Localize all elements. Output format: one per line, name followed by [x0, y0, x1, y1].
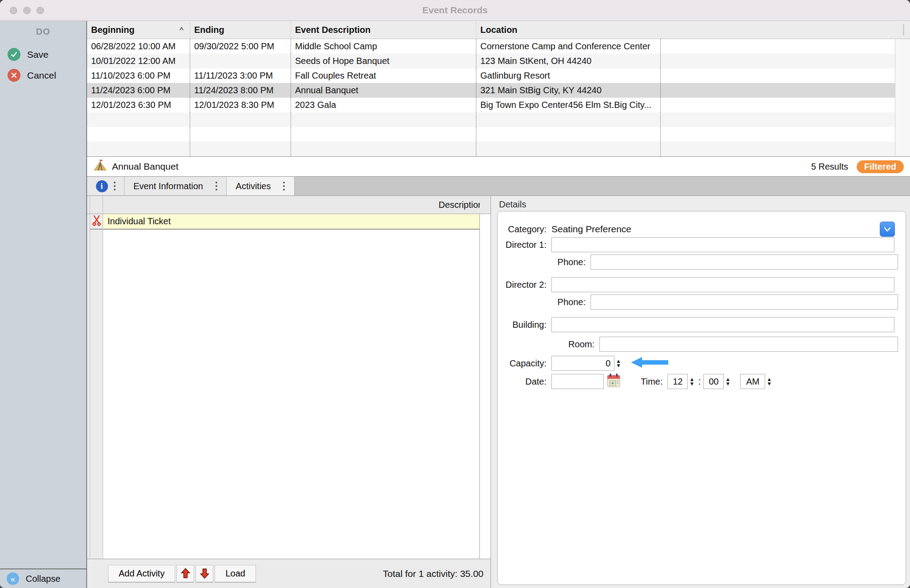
capacity-stepper[interactable]: [616, 359, 621, 368]
capacity-label: Capacity:: [498, 358, 551, 369]
director1-label: Director 1:: [498, 240, 551, 250]
load-button[interactable]: Load: [215, 565, 256, 583]
building-row: Building:: [498, 317, 900, 333]
column-header-beginning[interactable]: Beginning: [87, 25, 190, 35]
title-bar: Event Records: [0, 0, 910, 21]
red-down-arrow-icon: [200, 568, 209, 579]
column-header-event-description[interactable]: Event Description: [291, 21, 476, 39]
room-input[interactable]: [599, 337, 898, 352]
date-input[interactable]: [551, 374, 604, 389]
ampm-stepper[interactable]: [766, 377, 772, 386]
phone1-row: Phone:: [498, 254, 900, 270]
record-header-bar: Annual Banquet 5 Results Filtered: [87, 157, 910, 177]
stepper-down-icon[interactable]: [616, 363, 621, 368]
director2-row: Director 2:: [498, 277, 900, 293]
capacity-row: Capacity:: [498, 355, 900, 371]
menu-dots-icon[interactable]: [114, 185, 116, 187]
results-count: 5 Results: [811, 162, 848, 172]
table-scrollbar[interactable]: [895, 39, 910, 156]
header-scroll-indicator: [903, 24, 904, 36]
date-label: Date:: [498, 377, 551, 387]
sort-ascending-icon: [180, 25, 184, 35]
stepper-down-icon[interactable]: [725, 381, 730, 386]
time-minute-input[interactable]: [703, 374, 724, 389]
table-row-empty: [87, 112, 910, 127]
collapse-button[interactable]: Collapse: [0, 568, 86, 588]
table-row[interactable]: 11/10/2023 6:00 PM 11/11/2023 3:00 PM Fa…: [87, 68, 910, 83]
chevron-down-icon: [884, 227, 891, 232]
category-row: Category: Seating Preference: [498, 221, 900, 237]
info-icon: [96, 180, 108, 192]
save-button-label: Save: [27, 49, 48, 60]
table-row-empty: [87, 156, 910, 157]
cancel-x-icon: [8, 69, 20, 82]
minute-stepper[interactable]: [725, 377, 730, 386]
save-check-icon: [8, 48, 20, 61]
sidebar-section-label: DO: [0, 27, 86, 37]
delete-activity-button[interactable]: [90, 214, 103, 230]
tab-event-information[interactable]: Event Information: [124, 177, 227, 195]
director1-row: Director 1:: [498, 237, 900, 253]
cancel-button[interactable]: Cancel: [0, 69, 86, 82]
room-label: Room:: [498, 339, 599, 350]
save-button[interactable]: Save: [0, 48, 86, 61]
collapse-chevrons-icon: [7, 572, 19, 585]
collapse-button-label: Collapse: [26, 574, 60, 584]
phone1-input[interactable]: [591, 254, 898, 270]
table-row-empty: [87, 127, 910, 142]
close-window-button[interactable]: [10, 7, 17, 14]
category-label: Category:: [498, 224, 551, 234]
annotation-arrow-icon: [631, 357, 669, 370]
time-label: Time:: [641, 377, 667, 387]
menu-dots-icon[interactable]: [216, 185, 217, 187]
column-header-location[interactable]: Location: [476, 21, 660, 39]
activity-row[interactable]: Individual Ticket: [103, 214, 479, 230]
table-row[interactable]: 06/28/2022 10:00 AM 09/30/2022 5:00 PM M…: [87, 39, 910, 54]
minimize-window-button[interactable]: [23, 7, 31, 14]
app-window: Event Records DO Save Cancel Collapse: [0, 0, 910, 588]
time-hour-input[interactable]: [667, 374, 688, 389]
table-row-selected[interactable]: 11/24/2023 6:00 PM 11/24/2023 8:00 PM An…: [87, 83, 910, 98]
details-panel: Details Category: Seating Preference Dir…: [491, 196, 910, 588]
window-title: Event Records: [422, 5, 487, 16]
column-header-description[interactable]: Description: [103, 196, 480, 214]
details-panel-label: Details: [499, 199, 526, 210]
director1-input[interactable]: [551, 237, 894, 252]
traffic-lights: [10, 7, 44, 14]
activity-total: Total for 1 activity: 35.00: [383, 568, 483, 579]
cancel-button-label: Cancel: [27, 70, 56, 81]
menu-dots-icon[interactable]: [283, 185, 285, 187]
phone2-input[interactable]: [591, 294, 898, 310]
red-up-arrow-icon: [181, 568, 190, 579]
phone1-label: Phone:: [498, 257, 591, 267]
filtered-badge: Filtered: [857, 160, 904, 173]
table-row[interactable]: 12/01/2023 6:30 PM 12/01/2023 8:30 PM 20…: [87, 98, 910, 112]
date-time-row: Date:: [498, 373, 900, 389]
table-row[interactable]: 10/01/2022 12:00 AM Seeds of Hope Banque…: [87, 54, 910, 68]
building-input[interactable]: [551, 317, 894, 332]
capacity-input[interactable]: [551, 356, 615, 371]
stepper-down-icon[interactable]: [689, 381, 694, 386]
activities-footer: Add Activity Load Total for 1 activity: …: [87, 559, 491, 588]
move-up-button[interactable]: [176, 565, 194, 583]
tent-icon: [93, 159, 107, 175]
director2-label: Director 2:: [498, 280, 551, 290]
calendar-icon[interactable]: [607, 373, 620, 390]
activities-panel: Description: [87, 196, 491, 588]
move-down-button[interactable]: [196, 565, 213, 583]
info-segment[interactable]: [87, 177, 124, 195]
zoom-window-button[interactable]: [36, 7, 44, 14]
table-row-empty: [87, 142, 910, 156]
category-dropdown-button[interactable]: [880, 222, 895, 237]
details-groupbox: Category: Seating Preference Director 1:…: [497, 211, 906, 585]
room-row: Room:: [498, 336, 900, 352]
add-activity-button[interactable]: Add Activity: [108, 565, 175, 583]
hour-stepper[interactable]: [689, 377, 694, 386]
column-header-ending[interactable]: Ending: [190, 21, 291, 39]
building-label: Building:: [498, 320, 551, 330]
director2-input[interactable]: [551, 277, 894, 292]
tab-activities[interactable]: Activities: [227, 177, 295, 195]
tab-bar: Event Information Activities: [87, 177, 910, 196]
stepper-down-icon[interactable]: [766, 381, 772, 386]
ampm-input[interactable]: [740, 374, 765, 389]
